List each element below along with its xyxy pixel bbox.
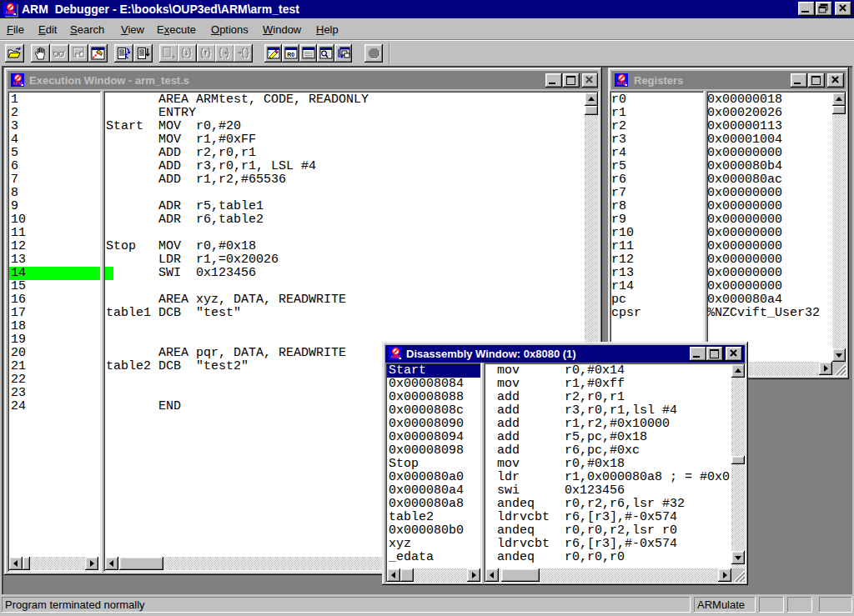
svg-text:R0: R0 [287,52,294,58]
svg-text:ARM: ARM [616,81,625,86]
svg-text:ARM: ARM [13,81,22,86]
svg-text:ARM: ARM [390,354,399,359]
svg-text:ARM: ARM [5,10,14,15]
